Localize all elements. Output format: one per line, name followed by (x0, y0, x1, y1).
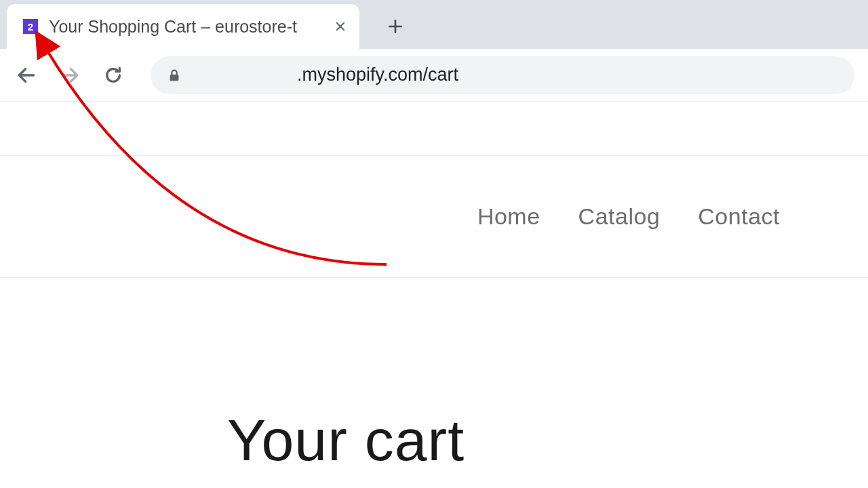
browser-tab[interactable]: 2 Your Shopping Cart – eurostore-t (7, 4, 359, 49)
nav-link-contact[interactable]: Contact (698, 203, 780, 230)
url-text: .myshopify.com/cart (297, 64, 458, 85)
reload-button[interactable] (100, 62, 126, 88)
nav-link-catalog[interactable]: Catalog (578, 203, 660, 230)
arrow-left-icon (16, 64, 37, 86)
nav-link-home[interactable]: Home (477, 203, 540, 230)
browser-toolbar: .myshopify.com/cart (0, 49, 868, 102)
page-title: Your cart (227, 407, 868, 474)
arrow-right-icon (59, 64, 81, 86)
forward-button[interactable] (57, 62, 83, 88)
plus-icon (387, 18, 404, 35)
browser-tab-strip: 2 Your Shopping Cart – eurostore-t (0, 0, 868, 49)
svg-rect-0 (170, 75, 179, 81)
close-tab-button[interactable] (332, 18, 349, 35)
new-tab-button[interactable] (380, 11, 411, 42)
back-button[interactable] (14, 62, 39, 88)
address-bar[interactable]: .myshopify.com/cart (151, 56, 854, 94)
tab-favicon: 2 (23, 19, 38, 34)
page-header-spacer (0, 102, 868, 156)
site-navigation: Home Catalog Contact (0, 156, 868, 278)
tab-title: Your Shopping Cart – eurostore-t (49, 17, 326, 37)
close-icon (334, 20, 347, 33)
lock-icon (167, 68, 182, 83)
reload-icon (102, 64, 124, 86)
